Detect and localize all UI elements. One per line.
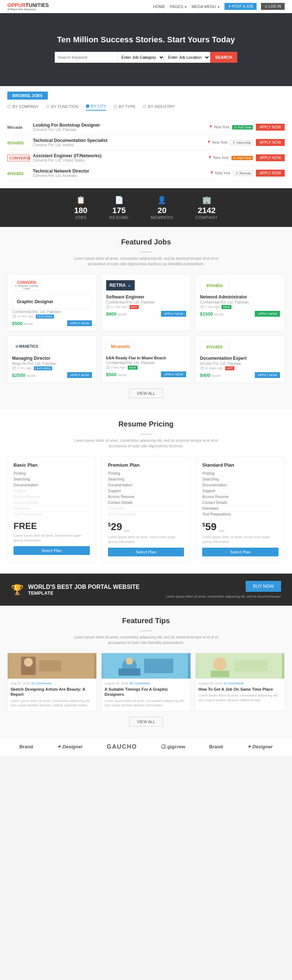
- featured-tips-section: Featured Tips Lorem ipsum dolor sit amet…: [0, 606, 292, 737]
- tip-title: A Suitable Timings For A Graphic Designe…: [104, 687, 187, 697]
- tips-divider: [7, 627, 285, 632]
- card-logo: RETRA ▲: [106, 279, 186, 291]
- category-select[interactable]: Enter Job Category: [118, 52, 164, 63]
- promo-subtitle: TEMPLATE: [28, 590, 139, 596]
- plan-name: Standard Plan: [202, 462, 279, 468]
- card-footer: $2500 Month APPLY NOW: [12, 372, 92, 378]
- login-button[interactable]: ⊙ LOG IN: [261, 3, 285, 10]
- location-select[interactable]: Enter Job Location: [164, 52, 210, 63]
- tip-image: [196, 653, 284, 679]
- tip-body: August 20, 2016 86 Comments A Suitable T…: [102, 679, 190, 711]
- plan-features: Posting Searching Documentation Support …: [13, 471, 90, 517]
- apply-button[interactable]: APPLY NOW: [256, 170, 285, 177]
- promo-title: WORLD'S BEST JOB PORTAL WEBSITE: [28, 584, 139, 590]
- tip-image: [8, 653, 96, 679]
- select-plan-button[interactable]: Select Plan: [108, 548, 184, 557]
- tip-title: Sketch Designing Artists Are Beauty: A R…: [11, 687, 93, 697]
- table-row: envato Technical Documentation Specialis…: [7, 135, 285, 150]
- view-all-jobs-button[interactable]: VIEW ALL: [129, 388, 163, 398]
- browse-section: BROWSE JOBS BY COMPANY BY FUNCTION BY CI…: [0, 86, 292, 116]
- job-info: Technical Documentation Specialist Conve…: [33, 138, 203, 147]
- select-plan-button[interactable]: Select Plan: [13, 546, 90, 555]
- tip-title: How To Get A Job On Same Time Place: [199, 687, 281, 692]
- pricing-section: Resume Pricing Lorem ipsum dolor sit ame…: [0, 409, 292, 574]
- featured-jobs-title: Featured Jobs: [7, 238, 285, 246]
- brand-4: Ⓙ gigcrew: [161, 744, 185, 750]
- apply-button[interactable]: APPLY NOW: [256, 139, 285, 146]
- card-title: Netword Administrator: [200, 294, 280, 299]
- tip-desc: Lorem ipsum dolor sit amet, consectetur …: [199, 693, 281, 702]
- tab-by-industry[interactable]: BY INDUSTRY: [143, 104, 175, 111]
- tab-by-type[interactable]: BY TYPE: [113, 104, 136, 111]
- search-keyword-input[interactable]: [55, 52, 118, 63]
- plan-desc: Lorem ipsum dolor sit amet. Some more su…: [13, 533, 90, 542]
- job-title: Looking For Bootstrap Designer: [33, 123, 205, 128]
- pricing-grid: Basic Plan Posting Searching Documentati…: [7, 456, 285, 563]
- radio-company: [7, 105, 11, 108]
- card-badge: NEW: [128, 366, 137, 370]
- card-logo: CONVERSI A Template Dummy Logo: [12, 279, 92, 291]
- card-time: 🕐 3 Hrs Ago NEW: [106, 366, 186, 369]
- view-all-tips-button[interactable]: VIEW ALL: [129, 717, 163, 726]
- jobs-number: 180: [74, 206, 88, 215]
- jobs-icon: 📋: [74, 196, 88, 204]
- nav-home[interactable]: HOME: [153, 5, 165, 9]
- select-plan-button[interactable]: Select Plan: [202, 548, 279, 557]
- tip-desc: Lorem ipsum dolor sit amet, consectetur …: [11, 699, 93, 708]
- nav-mega-menu[interactable]: MEGA MENU ▼: [191, 5, 220, 9]
- members-number: 20: [151, 206, 174, 215]
- tip-meta: Aug 20, 2016 20 Comments: [11, 681, 93, 685]
- brands-section: Brand ✦ Designer GAUCHO Ⓙ gigcrew Brand …: [0, 737, 292, 756]
- featured-jobs-section: Featured Jobs Lorem ipsum dolor sit amet…: [0, 227, 292, 409]
- tab-by-function[interactable]: BY FUNCTION: [46, 104, 78, 111]
- list-item: August 20, 2016 86 Comments A Suitable T…: [101, 653, 190, 711]
- list-item: ⊙ MANETICS Managing Director Alogo Nv Pv…: [7, 335, 97, 383]
- apply-now-button[interactable]: APPLY NOW: [255, 311, 280, 317]
- buy-now-button[interactable]: BUY NOW: [246, 581, 281, 592]
- members-label: MEMBERS: [151, 215, 174, 220]
- svg-rect-3: [40, 660, 61, 671]
- logo-oppur: OPPUR: [7, 2, 26, 8]
- card-badge: FEATURED: [34, 366, 53, 370]
- card-title: 54/A Ready Flat In Miami Beach: [106, 356, 186, 360]
- job-type: ⊙ Part Time: [231, 156, 253, 160]
- tab-by-company[interactable]: BY COMPANY: [7, 104, 39, 111]
- apply-now-button[interactable]: APPLY NOW: [161, 311, 186, 317]
- card-company: Confidential-Pvt. Ltd. Pakistan: [106, 300, 186, 304]
- apply-button[interactable]: APPLY NOW: [256, 154, 285, 161]
- card-company: Confidential-Pvt. Ltd. Pakistan: [200, 300, 280, 304]
- job-meta: 📍 New York ⊙ Full Time APPLY NOW: [208, 124, 285, 130]
- job-listings: Mircade Looking For Bootstrap Designer C…: [0, 116, 292, 188]
- nav-pages[interactable]: PAGES ▼: [170, 5, 187, 9]
- card-logo: Miranolis: [106, 340, 186, 353]
- tab-by-city[interactable]: BY CITY: [86, 104, 107, 111]
- list-item: CONVERSI A Template Dummy Logo Graphic D…: [7, 274, 97, 331]
- pricing-divider: [7, 431, 285, 436]
- card-time: 🕐 7 Hrs Ago NEW: [200, 305, 280, 309]
- search-button[interactable]: SEARCH: [210, 52, 237, 63]
- apply-button[interactable]: APPLY NOW: [256, 124, 285, 130]
- apply-now-button[interactable]: APPLY NOW: [67, 320, 93, 326]
- plan-price: FREE: [13, 521, 37, 531]
- company-label: COMPANY: [195, 215, 218, 220]
- tip-body: Aug 20, 2016 20 Comments Sketch Designin…: [8, 679, 96, 711]
- card-company: Confidential-Pvt. Ltd. Pakistan: [12, 310, 92, 314]
- resume-label: RESUME: [110, 215, 129, 220]
- radio-type: [113, 105, 117, 108]
- apply-now-button[interactable]: APPLY NOW: [67, 372, 93, 378]
- company-logo: envato: [7, 140, 29, 146]
- svg-point-2: [24, 658, 33, 667]
- card-badge: FEATURED: [36, 315, 54, 318]
- jobs-label: JOBS: [74, 215, 88, 220]
- card-salary: $500: [12, 321, 22, 326]
- pricing-card-premium: Premium Plan Posting Searching Documenta…: [102, 456, 190, 563]
- apply-now-button[interactable]: APPLY NOW: [255, 372, 280, 378]
- card-salary: $900: [106, 311, 116, 317]
- apply-now-button[interactable]: APPLY NOW: [161, 371, 186, 377]
- company-logo: envato: [7, 170, 29, 176]
- post-job-button[interactable]: ✦ POST A JOB: [225, 3, 257, 10]
- tip-body: August 20, 2016 10 Comments How To Get A…: [196, 679, 284, 705]
- card-company: InCode-Pvt. Ltd. Pakistan: [200, 361, 280, 366]
- tips-description: Lorem ipsum dolor sit amet, consectetur …: [73, 635, 219, 646]
- card-time: 🕐 10 Hrs Ago FEATURED: [12, 315, 92, 318]
